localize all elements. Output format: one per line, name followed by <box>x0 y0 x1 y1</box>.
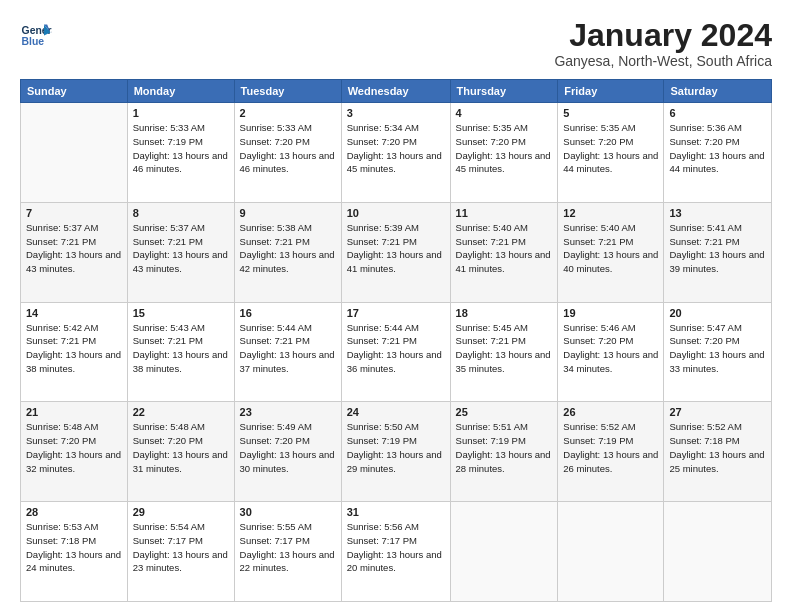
calendar-cell: 22Sunrise: 5:48 AMSunset: 7:20 PMDayligh… <box>127 402 234 502</box>
calendar-page: General Blue January 2024 Ganyesa, North… <box>0 0 792 612</box>
day-number: 31 <box>347 506 445 518</box>
day-number: 17 <box>347 307 445 319</box>
calendar-cell <box>664 502 772 602</box>
day-info: Sunrise: 5:52 AMSunset: 7:19 PMDaylight:… <box>563 420 658 475</box>
calendar-cell: 26Sunrise: 5:52 AMSunset: 7:19 PMDayligh… <box>558 402 664 502</box>
day-info: Sunrise: 5:48 AMSunset: 7:20 PMDaylight:… <box>26 420 122 475</box>
day-number: 2 <box>240 107 336 119</box>
day-number: 14 <box>26 307 122 319</box>
day-info: Sunrise: 5:44 AMSunset: 7:21 PMDaylight:… <box>240 321 336 376</box>
day-number: 1 <box>133 107 229 119</box>
day-number: 7 <box>26 207 122 219</box>
day-number: 15 <box>133 307 229 319</box>
day-number: 6 <box>669 107 766 119</box>
calendar-cell <box>21 103 128 203</box>
day-info: Sunrise: 5:37 AMSunset: 7:21 PMDaylight:… <box>26 221 122 276</box>
day-info: Sunrise: 5:47 AMSunset: 7:20 PMDaylight:… <box>669 321 766 376</box>
day-info: Sunrise: 5:46 AMSunset: 7:20 PMDaylight:… <box>563 321 658 376</box>
day-number: 26 <box>563 406 658 418</box>
col-monday: Monday <box>127 80 234 103</box>
calendar-cell: 3Sunrise: 5:34 AMSunset: 7:20 PMDaylight… <box>341 103 450 203</box>
calendar-cell: 13Sunrise: 5:41 AMSunset: 7:21 PMDayligh… <box>664 202 772 302</box>
day-info: Sunrise: 5:53 AMSunset: 7:18 PMDaylight:… <box>26 520 122 575</box>
day-number: 27 <box>669 406 766 418</box>
calendar-cell: 14Sunrise: 5:42 AMSunset: 7:21 PMDayligh… <box>21 302 128 402</box>
col-thursday: Thursday <box>450 80 558 103</box>
header-row: Sunday Monday Tuesday Wednesday Thursday… <box>21 80 772 103</box>
day-number: 22 <box>133 406 229 418</box>
calendar-cell: 17Sunrise: 5:44 AMSunset: 7:21 PMDayligh… <box>341 302 450 402</box>
day-info: Sunrise: 5:56 AMSunset: 7:17 PMDaylight:… <box>347 520 445 575</box>
day-number: 24 <box>347 406 445 418</box>
day-number: 9 <box>240 207 336 219</box>
day-number: 28 <box>26 506 122 518</box>
day-number: 10 <box>347 207 445 219</box>
calendar-cell: 10Sunrise: 5:39 AMSunset: 7:21 PMDayligh… <box>341 202 450 302</box>
day-info: Sunrise: 5:34 AMSunset: 7:20 PMDaylight:… <box>347 121 445 176</box>
calendar-cell: 6Sunrise: 5:36 AMSunset: 7:20 PMDaylight… <box>664 103 772 203</box>
calendar-cell: 9Sunrise: 5:38 AMSunset: 7:21 PMDaylight… <box>234 202 341 302</box>
calendar-week-4: 21Sunrise: 5:48 AMSunset: 7:20 PMDayligh… <box>21 402 772 502</box>
day-info: Sunrise: 5:51 AMSunset: 7:19 PMDaylight:… <box>456 420 553 475</box>
day-info: Sunrise: 5:35 AMSunset: 7:20 PMDaylight:… <box>563 121 658 176</box>
calendar-cell: 25Sunrise: 5:51 AMSunset: 7:19 PMDayligh… <box>450 402 558 502</box>
title-block: January 2024 Ganyesa, North-West, South … <box>554 18 772 69</box>
day-number: 16 <box>240 307 336 319</box>
calendar-cell: 8Sunrise: 5:37 AMSunset: 7:21 PMDaylight… <box>127 202 234 302</box>
day-info: Sunrise: 5:38 AMSunset: 7:21 PMDaylight:… <box>240 221 336 276</box>
day-info: Sunrise: 5:40 AMSunset: 7:21 PMDaylight:… <box>456 221 553 276</box>
location-subtitle: Ganyesa, North-West, South Africa <box>554 53 772 69</box>
calendar-cell <box>558 502 664 602</box>
day-info: Sunrise: 5:42 AMSunset: 7:21 PMDaylight:… <box>26 321 122 376</box>
day-info: Sunrise: 5:49 AMSunset: 7:20 PMDaylight:… <box>240 420 336 475</box>
day-info: Sunrise: 5:45 AMSunset: 7:21 PMDaylight:… <box>456 321 553 376</box>
calendar-cell: 12Sunrise: 5:40 AMSunset: 7:21 PMDayligh… <box>558 202 664 302</box>
calendar-week-5: 28Sunrise: 5:53 AMSunset: 7:18 PMDayligh… <box>21 502 772 602</box>
day-number: 20 <box>669 307 766 319</box>
col-tuesday: Tuesday <box>234 80 341 103</box>
calendar-cell: 19Sunrise: 5:46 AMSunset: 7:20 PMDayligh… <box>558 302 664 402</box>
calendar-cell: 20Sunrise: 5:47 AMSunset: 7:20 PMDayligh… <box>664 302 772 402</box>
calendar-cell: 27Sunrise: 5:52 AMSunset: 7:18 PMDayligh… <box>664 402 772 502</box>
col-friday: Friday <box>558 80 664 103</box>
calendar-week-2: 7Sunrise: 5:37 AMSunset: 7:21 PMDaylight… <box>21 202 772 302</box>
logo: General Blue <box>20 18 52 50</box>
svg-text:Blue: Blue <box>22 36 45 47</box>
calendar-week-3: 14Sunrise: 5:42 AMSunset: 7:21 PMDayligh… <box>21 302 772 402</box>
day-info: Sunrise: 5:41 AMSunset: 7:21 PMDaylight:… <box>669 221 766 276</box>
day-number: 3 <box>347 107 445 119</box>
day-number: 12 <box>563 207 658 219</box>
col-wednesday: Wednesday <box>341 80 450 103</box>
day-info: Sunrise: 5:48 AMSunset: 7:20 PMDaylight:… <box>133 420 229 475</box>
day-number: 29 <box>133 506 229 518</box>
calendar-cell: 28Sunrise: 5:53 AMSunset: 7:18 PMDayligh… <box>21 502 128 602</box>
calendar-cell <box>450 502 558 602</box>
calendar-cell: 15Sunrise: 5:43 AMSunset: 7:21 PMDayligh… <box>127 302 234 402</box>
calendar-table: Sunday Monday Tuesday Wednesday Thursday… <box>20 79 772 602</box>
day-info: Sunrise: 5:35 AMSunset: 7:20 PMDaylight:… <box>456 121 553 176</box>
day-number: 13 <box>669 207 766 219</box>
day-info: Sunrise: 5:33 AMSunset: 7:19 PMDaylight:… <box>133 121 229 176</box>
day-info: Sunrise: 5:55 AMSunset: 7:17 PMDaylight:… <box>240 520 336 575</box>
calendar-cell: 5Sunrise: 5:35 AMSunset: 7:20 PMDaylight… <box>558 103 664 203</box>
day-info: Sunrise: 5:37 AMSunset: 7:21 PMDaylight:… <box>133 221 229 276</box>
day-number: 30 <box>240 506 336 518</box>
calendar-cell: 7Sunrise: 5:37 AMSunset: 7:21 PMDaylight… <box>21 202 128 302</box>
day-number: 4 <box>456 107 553 119</box>
day-number: 8 <box>133 207 229 219</box>
calendar-week-1: 1Sunrise: 5:33 AMSunset: 7:19 PMDaylight… <box>21 103 772 203</box>
calendar-cell: 24Sunrise: 5:50 AMSunset: 7:19 PMDayligh… <box>341 402 450 502</box>
calendar-cell: 30Sunrise: 5:55 AMSunset: 7:17 PMDayligh… <box>234 502 341 602</box>
day-number: 19 <box>563 307 658 319</box>
day-number: 11 <box>456 207 553 219</box>
day-info: Sunrise: 5:52 AMSunset: 7:18 PMDaylight:… <box>669 420 766 475</box>
day-number: 25 <box>456 406 553 418</box>
calendar-cell: 18Sunrise: 5:45 AMSunset: 7:21 PMDayligh… <box>450 302 558 402</box>
logo-icon: General Blue <box>20 18 52 50</box>
day-number: 18 <box>456 307 553 319</box>
day-info: Sunrise: 5:44 AMSunset: 7:21 PMDaylight:… <box>347 321 445 376</box>
day-info: Sunrise: 5:36 AMSunset: 7:20 PMDaylight:… <box>669 121 766 176</box>
day-number: 21 <box>26 406 122 418</box>
day-info: Sunrise: 5:43 AMSunset: 7:21 PMDaylight:… <box>133 321 229 376</box>
col-sunday: Sunday <box>21 80 128 103</box>
